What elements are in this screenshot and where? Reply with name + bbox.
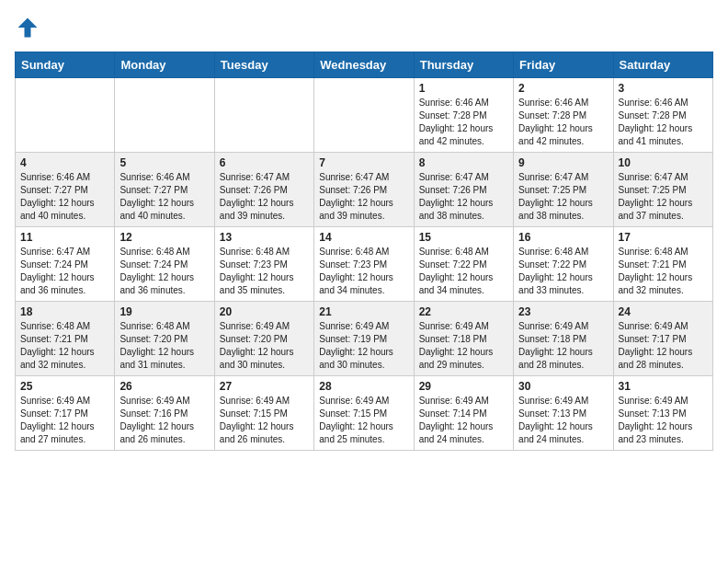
calendar-cell: 21Sunrise: 6:49 AM Sunset: 7:19 PM Dayli…	[314, 302, 414, 376]
calendar-header-row: SundayMondayTuesdayWednesdayThursdayFrid…	[16, 52, 713, 78]
day-number: 14	[319, 231, 408, 244]
calendar-day-header: Sunday	[16, 52, 115, 78]
calendar-cell: 6Sunrise: 6:47 AM Sunset: 7:26 PM Daylig…	[214, 153, 313, 227]
calendar-cell	[314, 78, 414, 153]
day-info: Sunrise: 6:46 AM Sunset: 7:27 PM Dayligh…	[20, 171, 109, 223]
calendar-cell: 26Sunrise: 6:49 AM Sunset: 7:16 PM Dayli…	[115, 376, 214, 451]
day-number: 28	[319, 380, 408, 393]
calendar-cell: 25Sunrise: 6:49 AM Sunset: 7:17 PM Dayli…	[16, 376, 115, 451]
day-number: 5	[119, 156, 209, 169]
calendar-week-row: 4Sunrise: 6:46 AM Sunset: 7:27 PM Daylig…	[16, 153, 713, 227]
calendar-cell: 18Sunrise: 6:48 AM Sunset: 7:21 PM Dayli…	[16, 302, 115, 376]
day-number: 26	[119, 380, 209, 393]
calendar-cell: 27Sunrise: 6:49 AM Sunset: 7:15 PM Dayli…	[214, 376, 313, 451]
calendar-cell: 22Sunrise: 6:49 AM Sunset: 7:18 PM Dayli…	[414, 302, 513, 376]
calendar-day-header: Thursday	[414, 52, 513, 78]
day-info: Sunrise: 6:47 AM Sunset: 7:24 PM Dayligh…	[20, 246, 109, 297]
day-number: 31	[619, 380, 708, 393]
day-number: 25	[20, 380, 109, 393]
day-info: Sunrise: 6:48 AM Sunset: 7:22 PM Dayligh…	[518, 246, 608, 297]
svg-marker-0	[18, 18, 38, 38]
day-info: Sunrise: 6:49 AM Sunset: 7:18 PM Dayligh…	[518, 320, 608, 372]
day-info: Sunrise: 6:46 AM Sunset: 7:28 PM Dayligh…	[619, 97, 708, 148]
calendar-cell: 5Sunrise: 6:46 AM Sunset: 7:27 PM Daylig…	[115, 153, 214, 227]
day-info: Sunrise: 6:49 AM Sunset: 7:17 PM Dayligh…	[619, 320, 708, 372]
day-info: Sunrise: 6:49 AM Sunset: 7:13 PM Dayligh…	[518, 395, 608, 446]
day-info: Sunrise: 6:47 AM Sunset: 7:25 PM Dayligh…	[619, 171, 708, 223]
calendar-cell: 11Sunrise: 6:47 AM Sunset: 7:24 PM Dayli…	[16, 227, 115, 302]
calendar-day-header: Wednesday	[314, 52, 414, 78]
day-number: 2	[518, 82, 608, 95]
day-info: Sunrise: 6:48 AM Sunset: 7:24 PM Dayligh…	[119, 246, 209, 297]
day-number: 8	[419, 156, 508, 169]
day-info: Sunrise: 6:48 AM Sunset: 7:22 PM Dayligh…	[419, 246, 508, 297]
day-number: 4	[20, 156, 109, 169]
day-number: 23	[518, 305, 608, 318]
calendar-week-row: 18Sunrise: 6:48 AM Sunset: 7:21 PM Dayli…	[16, 302, 713, 376]
day-number: 27	[220, 380, 309, 393]
calendar-cell: 8Sunrise: 6:47 AM Sunset: 7:26 PM Daylig…	[414, 153, 513, 227]
day-info: Sunrise: 6:46 AM Sunset: 7:28 PM Dayligh…	[419, 97, 508, 148]
calendar-cell: 1Sunrise: 6:46 AM Sunset: 7:28 PM Daylig…	[414, 78, 513, 153]
day-info: Sunrise: 6:48 AM Sunset: 7:20 PM Dayligh…	[119, 320, 209, 372]
day-number: 9	[518, 156, 608, 169]
logo-icon	[15, 15, 40, 40]
day-number: 22	[419, 305, 508, 318]
day-info: Sunrise: 6:46 AM Sunset: 7:27 PM Dayligh…	[119, 171, 209, 223]
calendar-cell: 7Sunrise: 6:47 AM Sunset: 7:26 PM Daylig…	[314, 153, 414, 227]
day-info: Sunrise: 6:47 AM Sunset: 7:26 PM Dayligh…	[419, 171, 508, 223]
day-number: 19	[119, 305, 209, 318]
calendar-week-row: 25Sunrise: 6:49 AM Sunset: 7:17 PM Dayli…	[16, 376, 713, 451]
calendar-cell: 2Sunrise: 6:46 AM Sunset: 7:28 PM Daylig…	[514, 78, 613, 153]
calendar-cell: 20Sunrise: 6:49 AM Sunset: 7:20 PM Dayli…	[214, 302, 313, 376]
calendar-cell	[16, 78, 115, 153]
day-info: Sunrise: 6:48 AM Sunset: 7:21 PM Dayligh…	[619, 246, 708, 297]
logo	[15, 15, 44, 40]
day-number: 13	[220, 231, 309, 244]
day-number: 12	[119, 231, 209, 244]
day-number: 6	[220, 156, 309, 169]
calendar-day-header: Tuesday	[214, 52, 313, 78]
calendar-cell	[214, 78, 313, 153]
day-info: Sunrise: 6:47 AM Sunset: 7:26 PM Dayligh…	[220, 171, 309, 223]
calendar-cell: 9Sunrise: 6:47 AM Sunset: 7:25 PM Daylig…	[514, 153, 613, 227]
calendar-cell: 30Sunrise: 6:49 AM Sunset: 7:13 PM Dayli…	[514, 376, 613, 451]
calendar-table: SundayMondayTuesdayWednesdayThursdayFrid…	[15, 52, 713, 451]
calendar-cell: 17Sunrise: 6:48 AM Sunset: 7:21 PM Dayli…	[613, 227, 712, 302]
day-number: 16	[518, 231, 608, 244]
day-info: Sunrise: 6:49 AM Sunset: 7:15 PM Dayligh…	[220, 395, 309, 446]
day-info: Sunrise: 6:49 AM Sunset: 7:20 PM Dayligh…	[220, 320, 309, 372]
calendar-cell: 24Sunrise: 6:49 AM Sunset: 7:17 PM Dayli…	[613, 302, 712, 376]
day-info: Sunrise: 6:49 AM Sunset: 7:15 PM Dayligh…	[319, 395, 408, 446]
day-number: 21	[319, 305, 408, 318]
day-info: Sunrise: 6:49 AM Sunset: 7:14 PM Dayligh…	[419, 395, 508, 446]
day-number: 15	[419, 231, 508, 244]
calendar-cell: 4Sunrise: 6:46 AM Sunset: 7:27 PM Daylig…	[16, 153, 115, 227]
calendar-cell: 15Sunrise: 6:48 AM Sunset: 7:22 PM Dayli…	[414, 227, 513, 302]
calendar-cell: 10Sunrise: 6:47 AM Sunset: 7:25 PM Dayli…	[613, 153, 712, 227]
calendar-cell: 19Sunrise: 6:48 AM Sunset: 7:20 PM Dayli…	[115, 302, 214, 376]
day-info: Sunrise: 6:49 AM Sunset: 7:16 PM Dayligh…	[119, 395, 209, 446]
day-number: 29	[419, 380, 508, 393]
day-info: Sunrise: 6:49 AM Sunset: 7:13 PM Dayligh…	[619, 395, 708, 446]
day-info: Sunrise: 6:48 AM Sunset: 7:23 PM Dayligh…	[319, 246, 408, 297]
calendar-cell: 13Sunrise: 6:48 AM Sunset: 7:23 PM Dayli…	[214, 227, 313, 302]
calendar-cell: 31Sunrise: 6:49 AM Sunset: 7:13 PM Dayli…	[613, 376, 712, 451]
day-number: 20	[220, 305, 309, 318]
page-header	[15, 15, 713, 40]
day-number: 10	[619, 156, 708, 169]
calendar-cell: 23Sunrise: 6:49 AM Sunset: 7:18 PM Dayli…	[514, 302, 613, 376]
calendar-week-row: 1Sunrise: 6:46 AM Sunset: 7:28 PM Daylig…	[16, 78, 713, 153]
day-number: 7	[319, 156, 408, 169]
day-info: Sunrise: 6:49 AM Sunset: 7:17 PM Dayligh…	[20, 395, 109, 446]
day-info: Sunrise: 6:46 AM Sunset: 7:28 PM Dayligh…	[518, 97, 608, 148]
day-number: 17	[619, 231, 708, 244]
day-number: 18	[20, 305, 109, 318]
calendar-week-row: 11Sunrise: 6:47 AM Sunset: 7:24 PM Dayli…	[16, 227, 713, 302]
calendar-cell: 14Sunrise: 6:48 AM Sunset: 7:23 PM Dayli…	[314, 227, 414, 302]
calendar-cell: 12Sunrise: 6:48 AM Sunset: 7:24 PM Dayli…	[115, 227, 214, 302]
calendar-cell	[115, 78, 214, 153]
day-number: 3	[619, 82, 708, 95]
day-number: 11	[20, 231, 109, 244]
day-info: Sunrise: 6:48 AM Sunset: 7:23 PM Dayligh…	[220, 246, 309, 297]
